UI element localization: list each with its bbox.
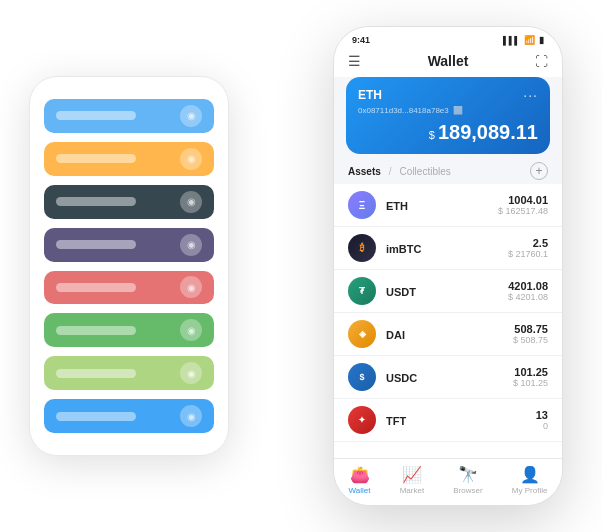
card-row-3: ◉ xyxy=(44,228,214,262)
nav-wallet[interactable]: 👛 Wallet xyxy=(349,465,371,495)
tab-assets[interactable]: Assets xyxy=(348,166,381,177)
card-bar-0 xyxy=(56,111,136,120)
phone-header: ☰ Wallet ⛶ xyxy=(334,49,562,77)
card-row-5: ◉ xyxy=(44,313,214,347)
asset-amounts-imbtc: 2.5$ 21760.1 xyxy=(508,237,548,259)
eth-card-label: ETH xyxy=(358,88,382,102)
eth-card: ETH ··· 0x08711d3d...8418a78e3 ⬜ $189,08… xyxy=(346,77,550,154)
asset-name-imbtc: imBTC xyxy=(386,243,421,255)
asset-item-dai[interactable]: ◈DAI508.75$ 508.75 xyxy=(334,313,562,356)
asset-item-usdc[interactable]: $USDC101.25$ 101.25 xyxy=(334,356,562,399)
card-row-4: ◉ xyxy=(44,271,214,305)
wallet-nav-icon: 👛 xyxy=(350,465,370,484)
card-bar-3 xyxy=(56,240,136,249)
eth-card-dots: ··· xyxy=(523,87,538,103)
asset-item-eth[interactable]: ΞETH1004.01$ 162517.48 xyxy=(334,184,562,227)
asset-name-dai: DAI xyxy=(386,329,405,341)
card-icon-4: ◉ xyxy=(180,276,202,298)
card-bar-5 xyxy=(56,326,136,335)
status-bar: 9:41 ▌▌▌ 📶 ▮ xyxy=(334,27,562,49)
asset-logo-eth: Ξ xyxy=(348,191,376,219)
market-nav-label: Market xyxy=(400,486,424,495)
browser-nav-icon: 🔭 xyxy=(458,465,478,484)
nav-market[interactable]: 📈 Market xyxy=(400,465,424,495)
asset-list: ΞETH1004.01$ 162517.48₿imBTC2.5$ 21760.1… xyxy=(334,184,562,458)
browser-nav-label: Browser xyxy=(453,486,482,495)
card-icon-2: ◉ xyxy=(180,191,202,213)
asset-balance-imbtc: 2.5 xyxy=(508,237,548,249)
market-nav-icon: 📈 xyxy=(402,465,422,484)
asset-balance-tft: 13 xyxy=(536,409,548,421)
asset-name-usdt: USDT xyxy=(386,286,416,298)
card-bar-7 xyxy=(56,412,136,421)
currency-symbol: $ xyxy=(429,129,435,141)
front-phone: 9:41 ▌▌▌ 📶 ▮ ☰ Wallet ⛶ ETH ··· 0x08711 xyxy=(333,26,563,506)
eth-address: 0x08711d3d...8418a78e3 ⬜ xyxy=(358,106,538,115)
wallet-nav-label: Wallet xyxy=(349,486,371,495)
battery-icon: ▮ xyxy=(539,35,544,45)
asset-balance-usdt: 4201.08 xyxy=(508,280,548,292)
asset-logo-usdt: ₮ xyxy=(348,277,376,305)
card-row-2: ◉ xyxy=(44,185,214,219)
asset-amounts-tft: 130 xyxy=(536,409,548,431)
asset-usd-imbtc: $ 21760.1 xyxy=(508,249,548,259)
assets-tabs: Assets / Collectibles xyxy=(348,166,451,177)
asset-usd-tft: 0 xyxy=(536,421,548,431)
asset-info-dai: DAI xyxy=(386,325,503,343)
signal-icon: ▌▌▌ xyxy=(503,36,520,45)
asset-name-eth: ETH xyxy=(386,200,408,212)
card-icon-7: ◉ xyxy=(180,405,202,427)
card-bar-4 xyxy=(56,283,136,292)
profile-nav-label: My Profile xyxy=(512,486,548,495)
asset-info-usdc: USDC xyxy=(386,368,503,386)
card-icon-6: ◉ xyxy=(180,362,202,384)
asset-usd-usdc: $ 101.25 xyxy=(513,378,548,388)
nav-profile[interactable]: 👤 My Profile xyxy=(512,465,548,495)
asset-usd-dai: $ 508.75 xyxy=(513,335,548,345)
profile-nav-icon: 👤 xyxy=(520,465,540,484)
card-row-1: ◉ xyxy=(44,142,214,176)
scene: ◉◉◉◉◉◉◉◉ 9:41 ▌▌▌ 📶 ▮ ☰ Wallet ⛶ ETH ··· xyxy=(11,11,591,521)
assets-header: Assets / Collectibles + xyxy=(334,154,562,184)
asset-logo-tft: ✦ xyxy=(348,406,376,434)
tab-collectibles[interactable]: Collectibles xyxy=(400,166,451,177)
asset-usd-usdt: $ 4201.08 xyxy=(508,292,548,302)
asset-logo-usdc: $ xyxy=(348,363,376,391)
asset-amounts-eth: 1004.01$ 162517.48 xyxy=(498,194,548,216)
card-bar-1 xyxy=(56,154,136,163)
status-time: 9:41 xyxy=(352,35,370,45)
card-row-6: ◉ xyxy=(44,356,214,390)
asset-amounts-dai: 508.75$ 508.75 xyxy=(513,323,548,345)
asset-item-imbtc[interactable]: ₿imBTC2.5$ 21760.1 xyxy=(334,227,562,270)
eth-balance: $189,089.11 xyxy=(358,121,538,144)
asset-info-eth: ETH xyxy=(386,196,488,214)
asset-info-imbtc: imBTC xyxy=(386,239,498,257)
asset-item-usdt[interactable]: ₮USDT4201.08$ 4201.08 xyxy=(334,270,562,313)
asset-balance-dai: 508.75 xyxy=(513,323,548,335)
menu-icon[interactable]: ☰ xyxy=(348,53,361,69)
card-bar-6 xyxy=(56,369,136,378)
asset-item-tft[interactable]: ✦TFT130 xyxy=(334,399,562,442)
card-icon-0: ◉ xyxy=(180,105,202,127)
asset-balance-usdc: 101.25 xyxy=(513,366,548,378)
copy-icon[interactable]: ⬜ xyxy=(453,106,463,115)
asset-name-usdc: USDC xyxy=(386,372,417,384)
asset-balance-eth: 1004.01 xyxy=(498,194,548,206)
card-row-7: ◉ xyxy=(44,399,214,433)
asset-name-tft: TFT xyxy=(386,415,406,427)
asset-logo-imbtc: ₿ xyxy=(348,234,376,262)
card-icon-5: ◉ xyxy=(180,319,202,341)
nav-browser[interactable]: 🔭 Browser xyxy=(453,465,482,495)
asset-usd-eth: $ 162517.48 xyxy=(498,206,548,216)
asset-info-usdt: USDT xyxy=(386,282,498,300)
card-bar-2 xyxy=(56,197,136,206)
eth-card-top: ETH ··· xyxy=(358,87,538,103)
add-asset-button[interactable]: + xyxy=(530,162,548,180)
asset-amounts-usdt: 4201.08$ 4201.08 xyxy=(508,280,548,302)
asset-info-tft: TFT xyxy=(386,411,526,429)
asset-logo-dai: ◈ xyxy=(348,320,376,348)
expand-icon[interactable]: ⛶ xyxy=(535,54,548,69)
back-phone: ◉◉◉◉◉◉◉◉ xyxy=(29,76,229,456)
status-icons: ▌▌▌ 📶 ▮ xyxy=(503,35,544,45)
card-row-0: ◉ xyxy=(44,99,214,133)
